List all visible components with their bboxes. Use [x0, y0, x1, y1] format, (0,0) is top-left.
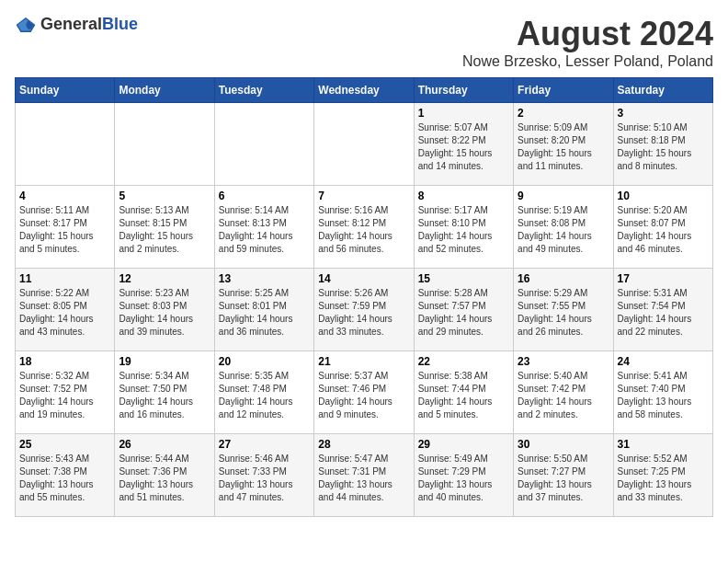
day-cell-7: 7Sunrise: 5:16 AM Sunset: 8:12 PM Daylig… [314, 186, 414, 269]
day-number: 14 [318, 272, 409, 285]
day-info: Sunrise: 5:34 AM Sunset: 7:50 PM Dayligh… [119, 370, 210, 421]
week-row-1: 1Sunrise: 5:07 AM Sunset: 8:22 PM Daylig… [16, 103, 713, 186]
week-row-4: 18Sunrise: 5:32 AM Sunset: 7:52 PM Dayli… [16, 351, 713, 434]
day-number: 30 [518, 438, 609, 451]
day-number: 28 [318, 438, 409, 451]
week-row-5: 25Sunrise: 5:43 AM Sunset: 7:38 PM Dayli… [16, 434, 713, 517]
day-number: 19 [119, 355, 210, 368]
day-number: 6 [219, 190, 310, 202]
day-cell-13: 13Sunrise: 5:25 AM Sunset: 8:01 PM Dayli… [214, 269, 313, 351]
day-cell-2: 2Sunrise: 5:09 AM Sunset: 8:20 PM Daylig… [514, 103, 613, 186]
weekday-header-row: SundayMondayTuesdayWednesdayThursdayFrid… [16, 78, 713, 103]
day-cell-22: 22Sunrise: 5:38 AM Sunset: 7:44 PM Dayli… [414, 351, 513, 434]
calendar-table: SundayMondayTuesdayWednesdayThursdayFrid… [15, 77, 713, 517]
month-year-title: August 2024 [462, 15, 713, 53]
day-info: Sunrise: 5:22 AM Sunset: 8:05 PM Dayligh… [19, 287, 110, 339]
day-info: Sunrise: 5:26 AM Sunset: 7:59 PM Dayligh… [318, 287, 409, 339]
day-info: Sunrise: 5:09 AM Sunset: 8:20 PM Dayligh… [518, 121, 609, 173]
day-info: Sunrise: 5:37 AM Sunset: 7:46 PM Dayligh… [318, 370, 409, 421]
day-number: 2 [518, 107, 609, 120]
day-number: 12 [119, 272, 210, 285]
logo-blue-text: Blue [102, 15, 138, 33]
day-cell-empty [314, 103, 414, 186]
day-cell-29: 29Sunrise: 5:49 AM Sunset: 7:29 PM Dayli… [414, 434, 513, 517]
day-cell-18: 18Sunrise: 5:32 AM Sunset: 7:52 PM Dayli… [16, 351, 115, 434]
day-info: Sunrise: 5:10 AM Sunset: 8:18 PM Dayligh… [618, 121, 709, 173]
day-cell-23: 23Sunrise: 5:40 AM Sunset: 7:42 PM Dayli… [514, 351, 613, 434]
day-cell-30: 30Sunrise: 5:50 AM Sunset: 7:27 PM Dayli… [514, 434, 613, 517]
day-info: Sunrise: 5:11 AM Sunset: 8:17 PM Dayligh… [19, 204, 110, 256]
day-info: Sunrise: 5:07 AM Sunset: 8:22 PM Dayligh… [418, 121, 509, 173]
day-info: Sunrise: 5:20 AM Sunset: 8:07 PM Dayligh… [618, 204, 709, 256]
day-number: 1 [418, 107, 509, 120]
day-info: Sunrise: 5:13 AM Sunset: 8:15 PM Dayligh… [119, 204, 210, 256]
week-row-3: 11Sunrise: 5:22 AM Sunset: 8:05 PM Dayli… [16, 269, 713, 351]
day-number: 7 [318, 190, 409, 202]
day-info: Sunrise: 5:50 AM Sunset: 7:27 PM Dayligh… [518, 453, 609, 504]
logo: GeneralBlue [15, 15, 138, 34]
day-info: Sunrise: 5:43 AM Sunset: 7:38 PM Dayligh… [19, 453, 110, 504]
day-number: 13 [219, 272, 310, 285]
day-number: 15 [418, 272, 509, 285]
day-info: Sunrise: 5:25 AM Sunset: 8:01 PM Dayligh… [219, 287, 310, 339]
day-number: 16 [518, 272, 609, 285]
day-number: 31 [618, 438, 709, 451]
day-cell-26: 26Sunrise: 5:44 AM Sunset: 7:36 PM Dayli… [115, 434, 214, 517]
weekday-header-sunday: Sunday [16, 78, 115, 103]
day-info: Sunrise: 5:17 AM Sunset: 8:10 PM Dayligh… [418, 204, 509, 256]
day-cell-10: 10Sunrise: 5:20 AM Sunset: 8:07 PM Dayli… [613, 186, 712, 269]
day-number: 17 [618, 272, 709, 285]
weekday-header-saturday: Saturday [613, 78, 712, 103]
day-info: Sunrise: 5:49 AM Sunset: 7:29 PM Dayligh… [418, 453, 509, 504]
day-cell-5: 5Sunrise: 5:13 AM Sunset: 8:15 PM Daylig… [115, 186, 214, 269]
day-number: 26 [119, 438, 210, 451]
day-number: 11 [19, 272, 110, 285]
day-info: Sunrise: 5:29 AM Sunset: 7:55 PM Dayligh… [518, 287, 609, 339]
day-info: Sunrise: 5:31 AM Sunset: 7:54 PM Dayligh… [618, 287, 709, 339]
day-info: Sunrise: 5:47 AM Sunset: 7:31 PM Dayligh… [318, 453, 409, 504]
day-cell-4: 4Sunrise: 5:11 AM Sunset: 8:17 PM Daylig… [16, 186, 115, 269]
week-row-2: 4Sunrise: 5:11 AM Sunset: 8:17 PM Daylig… [16, 186, 713, 269]
day-info: Sunrise: 5:28 AM Sunset: 7:57 PM Dayligh… [418, 287, 509, 339]
day-cell-empty [115, 103, 214, 186]
day-cell-27: 27Sunrise: 5:46 AM Sunset: 7:33 PM Dayli… [214, 434, 313, 517]
weekday-header-friday: Friday [514, 78, 613, 103]
day-cell-31: 31Sunrise: 5:52 AM Sunset: 7:25 PM Dayli… [613, 434, 712, 517]
day-cell-28: 28Sunrise: 5:47 AM Sunset: 7:31 PM Dayli… [314, 434, 414, 517]
day-number: 18 [19, 355, 110, 368]
day-number: 4 [19, 190, 110, 202]
weekday-header-monday: Monday [115, 78, 214, 103]
day-info: Sunrise: 5:14 AM Sunset: 8:13 PM Dayligh… [219, 204, 310, 256]
day-cell-12: 12Sunrise: 5:23 AM Sunset: 8:03 PM Dayli… [115, 269, 214, 351]
day-number: 27 [219, 438, 310, 451]
day-cell-21: 21Sunrise: 5:37 AM Sunset: 7:46 PM Dayli… [314, 351, 414, 434]
day-info: Sunrise: 5:52 AM Sunset: 7:25 PM Dayligh… [618, 453, 709, 504]
day-cell-17: 17Sunrise: 5:31 AM Sunset: 7:54 PM Dayli… [613, 269, 712, 351]
day-number: 8 [418, 190, 509, 202]
day-info: Sunrise: 5:35 AM Sunset: 7:48 PM Dayligh… [219, 370, 310, 421]
day-cell-8: 8Sunrise: 5:17 AM Sunset: 8:10 PM Daylig… [414, 186, 513, 269]
day-info: Sunrise: 5:41 AM Sunset: 7:40 PM Dayligh… [618, 370, 709, 421]
weekday-header-tuesday: Tuesday [214, 78, 313, 103]
day-number: 20 [219, 355, 310, 368]
day-cell-15: 15Sunrise: 5:28 AM Sunset: 7:57 PM Dayli… [414, 269, 513, 351]
day-cell-20: 20Sunrise: 5:35 AM Sunset: 7:48 PM Dayli… [214, 351, 313, 434]
day-cell-1: 1Sunrise: 5:07 AM Sunset: 8:22 PM Daylig… [414, 103, 513, 186]
day-info: Sunrise: 5:23 AM Sunset: 8:03 PM Dayligh… [119, 287, 210, 339]
day-number: 3 [618, 107, 709, 120]
title-block: August 2024 Nowe Brzesko, Lesser Poland,… [462, 15, 713, 70]
day-info: Sunrise: 5:16 AM Sunset: 8:12 PM Dayligh… [318, 204, 409, 256]
day-number: 21 [318, 355, 409, 368]
day-info: Sunrise: 5:46 AM Sunset: 7:33 PM Dayligh… [219, 453, 310, 504]
weekday-header-wednesday: Wednesday [314, 78, 414, 103]
day-cell-25: 25Sunrise: 5:43 AM Sunset: 7:38 PM Dayli… [16, 434, 115, 517]
logo-general-text: General [40, 15, 102, 33]
day-number: 29 [418, 438, 509, 451]
day-cell-24: 24Sunrise: 5:41 AM Sunset: 7:40 PM Dayli… [613, 351, 712, 434]
page-header: GeneralBlue August 2024 Nowe Brzesko, Le… [15, 15, 713, 70]
day-cell-16: 16Sunrise: 5:29 AM Sunset: 7:55 PM Dayli… [514, 269, 613, 351]
generalblue-logo-icon [15, 16, 37, 34]
day-cell-9: 9Sunrise: 5:19 AM Sunset: 8:08 PM Daylig… [514, 186, 613, 269]
day-number: 25 [19, 438, 110, 451]
weekday-header-thursday: Thursday [414, 78, 513, 103]
